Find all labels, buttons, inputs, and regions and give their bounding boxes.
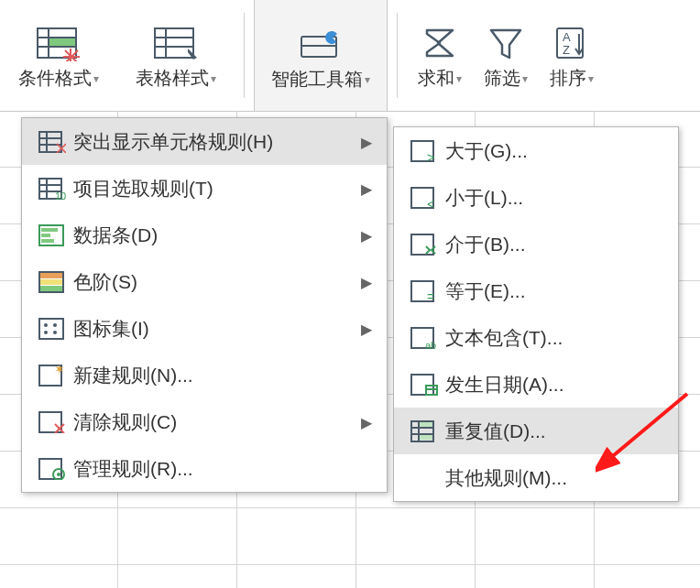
- svg-point-38: [44, 323, 48, 327]
- svg-rect-32: [41, 239, 54, 243]
- top-bottom-rules-label: 项目选取规则(T): [73, 176, 361, 201]
- submenu-arrow-icon: ▶: [361, 414, 377, 431]
- highlight-cell-rules-item[interactable]: 突出显示单元格规则(H) ▶: [22, 118, 387, 165]
- color-scales-icon: [31, 271, 73, 293]
- svg-rect-4: [49, 38, 75, 46]
- smart-toolbox-button[interactable]: 智能工具箱 ▾: [254, 0, 388, 111]
- conditional-formatting-label: 条件格式: [18, 66, 92, 91]
- svg-rect-9: [155, 28, 193, 58]
- text-contains-label: 文本包含(T)...: [445, 325, 669, 351]
- data-bars-icon: [31, 224, 73, 246]
- greater-than-item[interactable]: > 大于(G)...: [394, 127, 678, 174]
- filter-button[interactable]: 筛选 ▾: [475, 5, 537, 105]
- svg-point-49: [57, 473, 60, 476]
- svg-point-39: [44, 331, 48, 334]
- svg-text:>: >: [427, 150, 434, 162]
- duplicate-values-label: 重复值(D)...: [445, 419, 669, 444]
- svg-rect-54: [411, 234, 433, 255]
- color-scales-item[interactable]: 色阶(S) ▶: [22, 258, 387, 305]
- chevron-down-icon: ▾: [211, 72, 216, 85]
- smart-toolbox-label: 智能工具箱: [271, 67, 363, 92]
- sigma-icon: [420, 20, 460, 66]
- submenu-arrow-icon: ▶: [361, 134, 377, 151]
- manage-rules-item[interactable]: 管理规则(R)...: [22, 445, 387, 492]
- ribbon-toolbar: 条件格式 ▾ 表格样式 ▾: [0, 0, 700, 112]
- icon-sets-label: 图标集(I): [73, 316, 361, 342]
- equal-to-item[interactable]: = 等于(E)...: [394, 267, 678, 314]
- top-rules-icon: 10: [31, 178, 73, 200]
- svg-point-40: [53, 323, 57, 327]
- svg-rect-66: [420, 422, 432, 427]
- svg-rect-67: [420, 435, 432, 440]
- between-item[interactable]: 介于(B)...: [394, 221, 678, 267]
- less-than-label: 小于(L)...: [445, 185, 669, 211]
- toolbox-icon: [296, 21, 345, 67]
- icon-sets-item[interactable]: 图标集(I) ▶: [22, 305, 387, 352]
- less-than-icon: <: [403, 187, 445, 209]
- icon-sets-icon: [31, 318, 73, 340]
- svg-rect-30: [41, 228, 58, 232]
- date-occurring-label: 发生日期(A)...: [445, 372, 669, 397]
- conditional-formatting-icon: [34, 20, 83, 66]
- svg-text:✶: ✶: [54, 365, 65, 376]
- svg-text:ab: ab: [425, 340, 436, 349]
- top-bottom-rules-item[interactable]: 10 项目选取规则(T) ▶: [22, 165, 387, 212]
- highlight-rules-submenu: > 大于(G)... < 小于(L)... 介于(B)... = 等于(E)..…: [393, 126, 679, 502]
- duplicate-values-icon: [403, 420, 445, 442]
- chevron-down-icon: ▾: [93, 72, 99, 85]
- funnel-icon: [486, 20, 526, 66]
- svg-text:A: A: [563, 30, 571, 44]
- between-icon: [403, 234, 445, 256]
- chevron-down-icon: ▾: [456, 72, 462, 85]
- sort-icon: A Z: [552, 20, 592, 66]
- color-scales-label: 色阶(S): [73, 269, 361, 295]
- submenu-arrow-icon: ▶: [361, 227, 377, 245]
- separator: [397, 13, 398, 98]
- new-rule-icon: ✶: [31, 365, 73, 387]
- table-style-button[interactable]: 表格样式 ▾: [119, 5, 233, 105]
- date-occurring-item[interactable]: 发生日期(A)...: [394, 361, 678, 408]
- submenu-arrow-icon: ▶: [361, 274, 377, 291]
- equal-to-icon: =: [403, 280, 445, 302]
- svg-rect-36: [40, 286, 62, 291]
- svg-rect-34: [40, 273, 62, 278]
- conditional-formatting-button[interactable]: 条件格式 ▾: [2, 5, 115, 105]
- new-rule-label: 新建规则(N)...: [73, 363, 377, 388]
- submenu-arrow-icon: ▶: [361, 321, 377, 338]
- less-than-item[interactable]: < 小于(L)...: [394, 174, 678, 221]
- sum-label: 求和: [418, 66, 454, 91]
- text-contains-icon: ab: [403, 327, 445, 349]
- manage-rules-label: 管理规则(R)...: [73, 456, 377, 482]
- svg-rect-35: [40, 279, 62, 285]
- svg-text:=: =: [427, 289, 434, 302]
- clear-rules-label: 清除规则(C): [73, 409, 361, 435]
- svg-text:<: <: [427, 197, 434, 209]
- svg-text:10: 10: [55, 191, 66, 200]
- clear-rules-item[interactable]: 清除规则(C) ▶: [22, 398, 387, 445]
- more-rules-item[interactable]: 其他规则(M)...: [394, 454, 678, 501]
- date-icon: [403, 374, 445, 396]
- clear-rules-icon: [31, 411, 73, 433]
- sort-button[interactable]: A Z 排序 ▾: [541, 5, 603, 105]
- chevron-down-icon: ▾: [522, 72, 528, 85]
- duplicate-values-item[interactable]: 重复值(D)...: [394, 408, 678, 454]
- data-bars-item[interactable]: 数据条(D) ▶: [22, 212, 387, 258]
- text-contains-item[interactable]: ab 文本包含(T)...: [394, 314, 678, 361]
- highlight-rules-icon: [31, 131, 73, 153]
- equal-to-label: 等于(E)...: [445, 278, 669, 304]
- chevron-down-icon: ▾: [365, 73, 370, 86]
- svg-text:Z: Z: [563, 43, 570, 57]
- chevron-down-icon: ▾: [588, 72, 594, 85]
- between-label: 介于(B)...: [445, 232, 669, 257]
- svg-rect-31: [41, 234, 50, 237]
- filter-label: 筛选: [484, 66, 520, 91]
- greater-than-icon: >: [403, 140, 445, 162]
- table-style-icon: [151, 20, 201, 66]
- separator: [244, 13, 245, 98]
- svg-point-41: [53, 331, 57, 334]
- new-rule-item[interactable]: ✶ 新建规则(N)...: [22, 352, 387, 398]
- sum-button[interactable]: 求和 ▾: [409, 5, 471, 105]
- conditional-formatting-menu: 突出显示单元格规则(H) ▶ 10 项目选取规则(T) ▶ 数据条(D) ▶ 色…: [21, 117, 388, 493]
- data-bars-label: 数据条(D): [73, 223, 361, 248]
- table-style-label: 表格样式: [136, 66, 209, 91]
